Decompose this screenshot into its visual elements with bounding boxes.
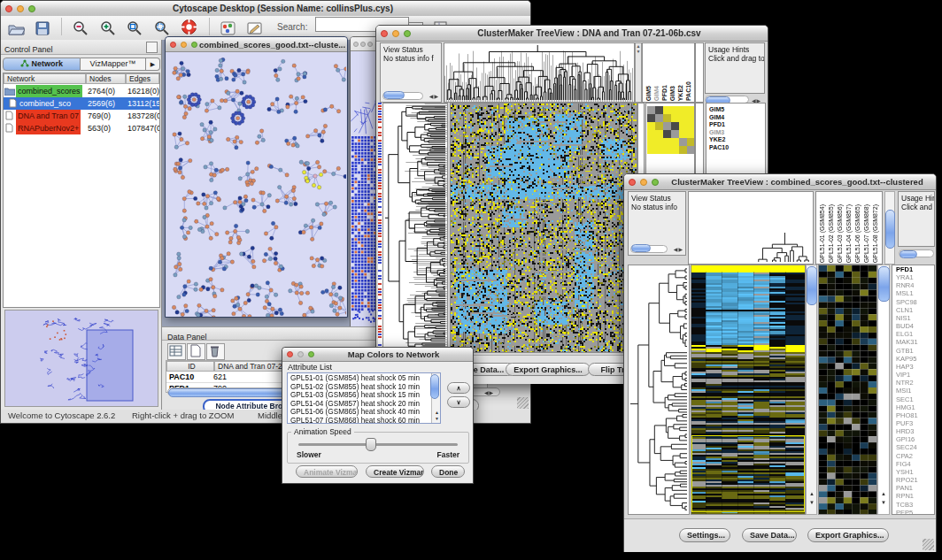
save-icon[interactable] [35, 21, 50, 39]
settings-button[interactable]: Settings... [679, 528, 730, 542]
move-down-button[interactable]: ∨ [447, 396, 470, 408]
network-view-titlebar[interactable]: combined_scores_good.txt--cluste... [166, 37, 347, 52]
tab-vizmapper[interactable]: VizMapper™ [81, 58, 146, 71]
treeview2-titlebar[interactable]: ClusterMaker TreeView : combined_scores_… [624, 174, 936, 190]
network2-titlebar[interactable] [351, 37, 378, 51]
tv2-column-dendrogram[interactable] [688, 191, 814, 265]
scroll-arrows-icon[interactable]: ◀▶ [429, 93, 439, 99]
resize-grip[interactable] [517, 397, 529, 409]
minimize-icon[interactable] [360, 42, 366, 47]
open-file-icon[interactable] [8, 21, 25, 39]
resize-grip[interactable] [923, 539, 934, 550]
zoom-window-icon[interactable] [28, 5, 35, 12]
network-list-row[interactable]: RNAPuberNov2+563(0)107847(0) [4, 122, 159, 134]
new-attribute-icon[interactable] [187, 343, 205, 360]
tv2-usage-scroll-thumb[interactable] [900, 250, 917, 258]
close-icon[interactable] [629, 179, 636, 186]
tv2-heatmap-scroll-thumb[interactable] [807, 266, 817, 305]
animate-vizmap-button[interactable]: Animate Vizmap [296, 465, 358, 478]
attribute-list-item[interactable]: GPL51-07 (GSM868) heat shock 60 min [288, 417, 429, 425]
slider-thumb[interactable] [366, 438, 376, 451]
delete-attribute-icon[interactable] [206, 343, 225, 360]
minimize-icon[interactable] [640, 179, 647, 186]
tv2-column-labels: GPL51-01 (GSM854)GPL51-02 (GSM855)GPL51-… [815, 191, 883, 265]
attribute-list-scroll-thumb[interactable] [430, 374, 439, 399]
zoom-window-icon[interactable] [652, 179, 659, 186]
scroll-left-icon[interactable]: ◀▶ [484, 389, 494, 395]
treeview1-titlebar[interactable]: ClusterMaker TreeView : DNA and Tran 07-… [376, 26, 768, 42]
tv1-label-scroll-strip[interactable] [695, 42, 704, 103]
tv2-zoom-heatmap[interactable] [818, 265, 877, 515]
tv2-column-scroll-thumb[interactable] [885, 210, 895, 249]
close-icon[interactable] [287, 351, 293, 357]
select-attributes-icon[interactable] [167, 343, 186, 360]
minimize-icon[interactable] [297, 351, 304, 357]
done-button[interactable]: Done [431, 465, 465, 478]
tv2-row-dendrogram[interactable] [628, 265, 690, 515]
zoom-window-icon[interactable] [191, 42, 197, 48]
gene-row-label: GIM4 [709, 114, 765, 122]
scroll-down-icon[interactable]: ▼ [435, 416, 439, 421]
save-data-button[interactable]: Save Data... [742, 528, 797, 542]
scroll-arrows-icon[interactable]: ◀▶ [674, 246, 683, 252]
tv2-zoom-scroll-thumb[interactable] [878, 266, 890, 302]
gene-label: PEP5 [894, 509, 934, 515]
minimize-icon[interactable] [181, 42, 187, 48]
scroll-down-icon[interactable]: ▼ [881, 500, 886, 505]
float-panel-icon[interactable] [146, 42, 158, 53]
export-graphics-button[interactable]: Export Graphics... [506, 363, 591, 376]
dialog-titlebar[interactable]: Map Colors to Network [282, 348, 473, 362]
attribute-list[interactable]: GPL51-01 (GSM854) heat shock 05 minGPL51… [287, 372, 441, 424]
create-vizmap-button[interactable]: Create Vizmap [366, 465, 424, 478]
tv2-zoom-vscrollbar[interactable] [877, 265, 890, 515]
zoom-in-icon[interactable] [100, 20, 116, 39]
close-icon[interactable] [381, 30, 388, 37]
similarity-matrix-canvas[interactable] [647, 106, 695, 154]
data-col-id[interactable]: ID [166, 361, 214, 372]
network-graph-canvas[interactable] [166, 52, 346, 317]
animation-speed-slider[interactable] [298, 443, 458, 446]
attribute-list-item[interactable]: GPL51-02 (GSM855) heat shock 10 min [288, 383, 429, 392]
tv1-cluster-heatmap[interactable] [450, 103, 637, 353]
attribute-list-item[interactable]: GPL51-01 (GSM854) heat shock 05 min [288, 374, 429, 383]
col-network[interactable]: Network [4, 73, 86, 84]
close-icon[interactable] [353, 42, 359, 47]
gene-label: PUF3 [894, 419, 934, 427]
network-list-row[interactable]: DNA and Tran 07769(0)183728(0) [4, 110, 159, 122]
minimize-icon[interactable] [17, 5, 24, 12]
scroll-up-icon[interactable]: ▲ [809, 491, 815, 496]
network-list-row[interactable]: combined_scores2764(0)16218(0) [4, 85, 159, 97]
close-icon[interactable] [170, 42, 176, 48]
tab-network[interactable]: Network [3, 58, 81, 71]
close-icon[interactable] [5, 5, 12, 12]
zoom-window-icon[interactable] [308, 351, 314, 357]
status-scrollbar-thumb[interactable] [383, 91, 405, 99]
dense-network-canvas[interactable] [351, 51, 378, 327]
scroll-up-icon[interactable]: ▲ [881, 491, 886, 496]
tab-overflow-button[interactable]: ▶ [146, 58, 160, 71]
experiment-column-label: GPL51-01 (GSM854) [818, 204, 826, 263]
overview-canvas[interactable] [5, 311, 158, 406]
move-up-button[interactable]: ∧ [447, 382, 470, 394]
minimize-icon[interactable] [392, 30, 399, 37]
network-list-row[interactable]: combined_sco2569(6)13112(15) [4, 97, 159, 110]
tv1-column-scroll-strip[interactable]: ▲▼ [635, 42, 642, 103]
attribute-list-item[interactable]: GPL51-03 (GSM856) heat shock 15 min [288, 391, 429, 400]
status-scrollbar-thumb[interactable] [631, 244, 651, 252]
zoom-window-icon[interactable] [404, 30, 411, 37]
birds-eye-view[interactable] [4, 310, 158, 407]
zoom-out-icon[interactable] [73, 20, 89, 39]
main-titlebar[interactable]: Cytoscape Desktop (Session Name: collins… [1, 1, 530, 17]
attribute-list-item[interactable]: GPL51-06 (GSM865) heat shock 40 min [288, 408, 429, 417]
zoom-selected-icon[interactable] [127, 20, 143, 39]
tv1-column-dendrogram[interactable] [444, 42, 635, 103]
attribute-list-item[interactable]: GPL51-04 (GSM857) heat shock 20 min [288, 400, 429, 409]
tv2-expression-heatmap[interactable] [691, 265, 806, 515]
export-graphics-button[interactable]: Export Graphics... [807, 528, 889, 542]
col-nodes[interactable]: Nodes [86, 73, 126, 84]
col-edges[interactable]: Edges [126, 73, 159, 84]
zoom-window-icon[interactable] [367, 42, 373, 47]
scroll-down-icon[interactable]: ▼ [809, 500, 815, 505]
scroll-up-icon[interactable]: ▲ [435, 410, 439, 415]
tv1-row-dendrogram[interactable] [382, 103, 448, 353]
